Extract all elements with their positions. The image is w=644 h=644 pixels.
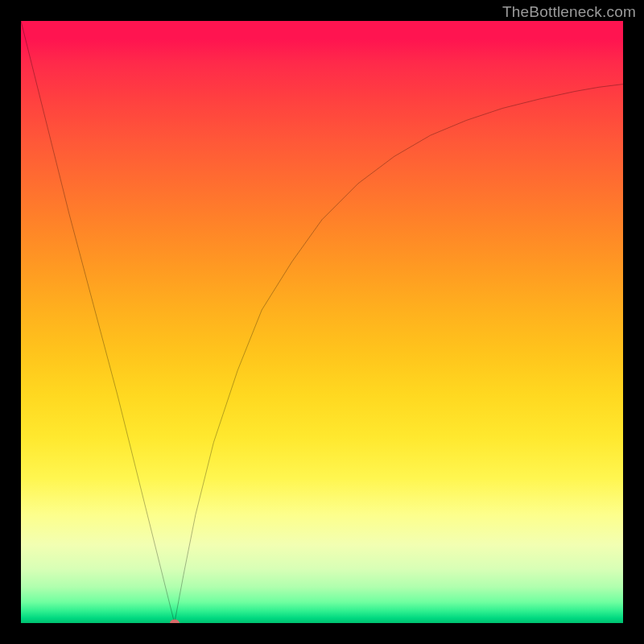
- watermark-text: TheBottleneck.com: [502, 3, 636, 21]
- min-point-marker: [170, 620, 180, 624]
- bottleneck-curve: [21, 21, 623, 623]
- curve-svg: [21, 21, 623, 623]
- plot-area: [21, 21, 623, 623]
